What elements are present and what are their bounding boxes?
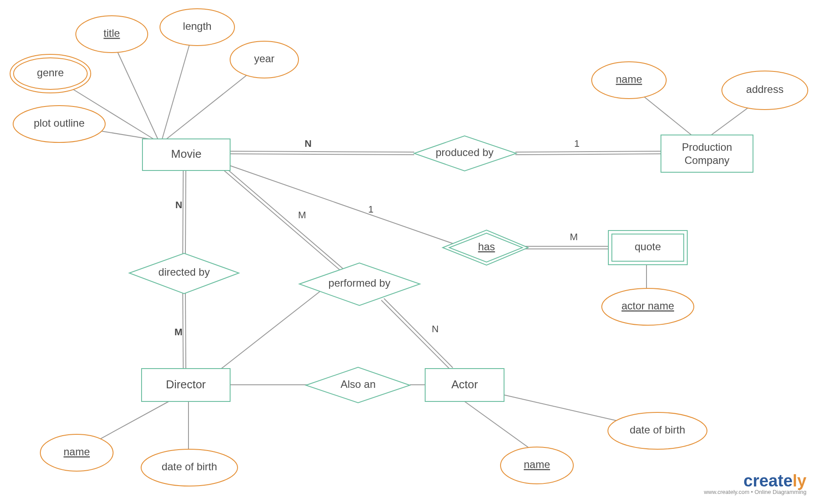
svg-rect-68 [661,135,753,172]
attr-prod-name: name [592,62,666,99]
svg-text:actor name: actor name [622,300,674,312]
attr-director-dob: date of birth [141,449,238,486]
svg-line-18 [384,298,453,368]
svg-text:Movie: Movie [171,147,201,160]
svg-text:has: has [478,241,495,252]
logo-subtext: www.creately.com • Online Diagramming [704,489,806,495]
card-director-directed: M [174,327,182,337]
svg-line-12 [185,170,186,254]
entity-movie: Movie [142,139,230,170]
card-movie-directed: N [175,199,182,210]
svg-line-13 [183,293,183,369]
svg-text:name: name [524,458,550,470]
attr-title: title [76,16,148,53]
card-prod-produced: 1 [574,138,579,149]
svg-text:plot outline: plot outline [34,117,85,129]
logo-brand-text: creately [704,472,806,490]
card-movie-performed: M [298,209,306,220]
rel-has: has [443,230,528,265]
svg-text:date of birth: date of birth [162,461,217,472]
svg-line-6 [230,154,414,155]
edge-movie-directedby [183,170,186,254]
svg-text:genre: genre [37,67,64,78]
edge-movie-length [162,33,193,139]
attr-plot-outline: plot outline [13,106,105,142]
attr-prod-address: address [722,71,808,110]
attr-length: length [160,9,234,46]
svg-line-8 [515,154,661,155]
svg-text:directed by: directed by [158,266,210,278]
svg-text:quote: quote [635,241,661,252]
svg-text:title: title [103,27,120,39]
attr-genre: genre [10,54,91,93]
svg-text:name: name [616,73,642,85]
svg-line-17 [381,300,450,369]
entity-director: Director [142,369,230,401]
attr-year: year [230,41,298,78]
attr-director-name: name [40,434,113,471]
edge-directedby-director [183,293,186,369]
card-actor-performed: N [432,323,439,334]
entity-quote: quote [608,231,687,265]
edge-actor-name [465,401,537,454]
card-movie-has: 1 [368,204,373,215]
attr-quote-actorname: actor name [602,288,694,325]
edge-movie-producedby [230,151,414,155]
edge-movie-title [112,39,158,139]
edge-performedby-actor [381,298,453,369]
er-diagram: N 1 N M M N 1 M genre title length year … [0,0,824,504]
svg-text:produced by: produced by [436,146,494,158]
edge-movie-has [230,166,465,248]
svg-text:Also an: Also an [341,378,376,390]
svg-text:Actor: Actor [451,378,478,391]
svg-line-29 [221,291,320,369]
svg-text:name: name [64,446,90,458]
svg-text:year: year [254,53,275,64]
svg-line-5 [230,151,414,152]
svg-line-7 [515,151,661,152]
svg-text:performed by: performed by [328,277,390,289]
rel-produced-by: produced by [414,136,516,171]
rel-directed-by: directed by [129,253,239,294]
svg-line-16 [226,168,345,270]
attr-actor-name: name [501,447,573,484]
edge-has-quote [522,246,609,249]
entity-actor: Actor [425,369,504,401]
svg-line-14 [185,293,186,369]
svg-text:address: address [746,83,783,95]
creately-logo: creately www.creately.com • Online Diagr… [704,472,806,495]
svg-text:length: length [183,20,211,32]
svg-line-2 [162,33,193,139]
card-movie-produced: N [305,138,312,149]
svg-text:Director: Director [166,378,206,391]
svg-line-15 [224,170,342,272]
svg-line-11 [183,170,183,254]
rel-also-an: Also an [306,367,410,403]
entity-production-company: Production Company [661,135,753,172]
edge-director-performedby [221,291,320,369]
svg-line-1 [112,39,158,139]
svg-text:Production: Production [682,141,732,153]
svg-line-27 [465,401,537,454]
svg-text:Company: Company [685,154,730,166]
attr-actor-dob: date of birth [608,412,707,449]
edge-movie-performedby [224,168,345,272]
rel-performed-by: performed by [299,263,420,305]
svg-line-19 [230,166,465,248]
edge-producedby-prodco [515,151,661,155]
svg-text:date of birth: date of birth [630,424,685,436]
card-quote-has: M [570,231,578,242]
